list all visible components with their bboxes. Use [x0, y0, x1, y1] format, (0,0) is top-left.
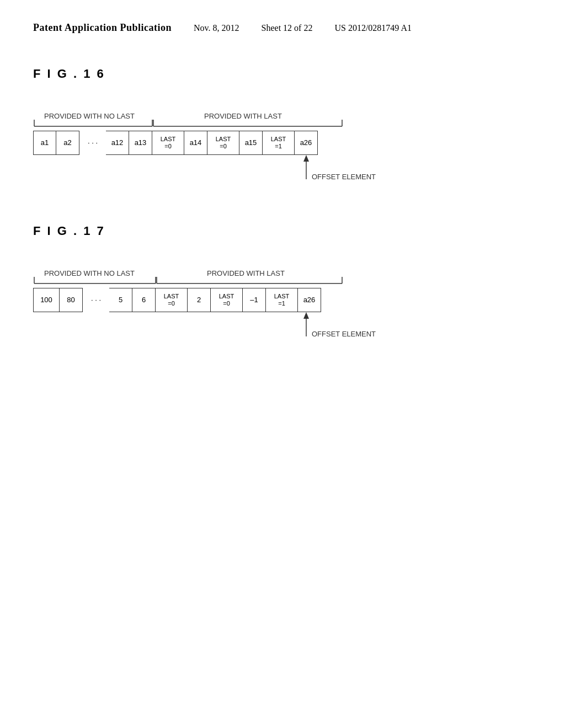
svg-marker-20 — [303, 312, 309, 319]
cell-last6: LAST=1 — [266, 288, 298, 312]
fig17-offset-area: OFFSET ELEMENT — [33, 312, 430, 342]
fig17-brackets-svg: PROVIDED WITH NO LAST PROVIDED WITH LAST — [33, 255, 430, 288]
header-title: Patent Application Publication — [33, 22, 172, 34]
svg-marker-9 — [303, 155, 309, 162]
cell-last5: LAST=0 — [211, 288, 243, 312]
cell-a26: a26 — [295, 131, 318, 155]
svg-text:PROVIDED WITH LAST: PROVIDED WITH LAST — [207, 269, 285, 277]
cell-last4: LAST=0 — [156, 288, 188, 312]
figure-16-section: F I G . 1 6 PROVIDED WITH NO LAST PROVID… — [33, 67, 532, 185]
cell-80: 80 — [60, 288, 83, 312]
header-date: Nov. 8, 2012 — [194, 23, 239, 33]
svg-text:OFFSET ELEMENT: OFFSET ELEMENT — [312, 330, 376, 338]
cell-last1: LAST=0 — [152, 131, 184, 155]
svg-text:OFFSET ELEMENT: OFFSET ELEMENT — [312, 173, 376, 181]
header-patent: US 2012/0281749 A1 — [334, 23, 412, 33]
cell-minus1: –1 — [243, 288, 266, 312]
fig17-offset-arrow-svg: OFFSET ELEMENT — [33, 312, 430, 342]
cell-6: 6 — [132, 288, 156, 312]
fig16-brackets-svg: PROVIDED WITH NO LAST PROVIDED WITH LAST — [33, 98, 430, 131]
header-sheet: Sheet 12 of 22 — [262, 23, 313, 33]
svg-text:PROVIDED WITH NO LAST: PROVIDED WITH NO LAST — [44, 269, 135, 277]
fig16-offset-arrow-svg: OFFSET ELEMENT — [33, 155, 430, 185]
fig16-label: F I G . 1 6 — [33, 67, 532, 81]
fig16-offset-area: OFFSET ELEMENT — [33, 155, 430, 185]
page-header: Patent Application Publication Nov. 8, 2… — [33, 22, 532, 34]
cell-a14: a14 — [184, 131, 207, 155]
cell-a2: a2 — [56, 131, 79, 155]
cell-dots: · · · — [79, 131, 106, 155]
cell-last2: LAST=0 — [207, 131, 239, 155]
cell-last3: LAST=1 — [263, 131, 295, 155]
cell-5: 5 — [109, 288, 132, 312]
cell-a15: a15 — [239, 131, 263, 155]
fig17-label: F I G . 1 7 — [33, 224, 532, 238]
cell-a12: a12 — [106, 131, 129, 155]
page-container: Patent Application Publication Nov. 8, 2… — [0, 0, 565, 728]
svg-text:PROVIDED WITH LAST: PROVIDED WITH LAST — [204, 112, 282, 120]
fig17-diagram: PROVIDED WITH NO LAST PROVIDED WITH LAST… — [33, 255, 430, 342]
fig17-cell-row: 100 80 · · · 5 6 LAST=0 2 LAST=0 –1 LAST… — [33, 288, 430, 312]
cell-a13: a13 — [129, 131, 152, 155]
cell-2: 2 — [188, 288, 211, 312]
cell-a1: a1 — [33, 131, 56, 155]
cell-a26-2: a26 — [298, 288, 321, 312]
svg-text:PROVIDED WITH NO LAST: PROVIDED WITH NO LAST — [44, 112, 135, 120]
figure-17-section: F I G . 1 7 PROVIDED WITH NO LAST PROVID… — [33, 224, 532, 342]
cell-dots2: · · · — [83, 288, 109, 312]
fig16-cell-row: a1 a2 · · · a12 a13 LAST=0 a14 LAST=0 a1… — [33, 131, 430, 155]
fig16-diagram: PROVIDED WITH NO LAST PROVIDED WITH LAST… — [33, 98, 430, 185]
cell-100: 100 — [33, 288, 60, 312]
